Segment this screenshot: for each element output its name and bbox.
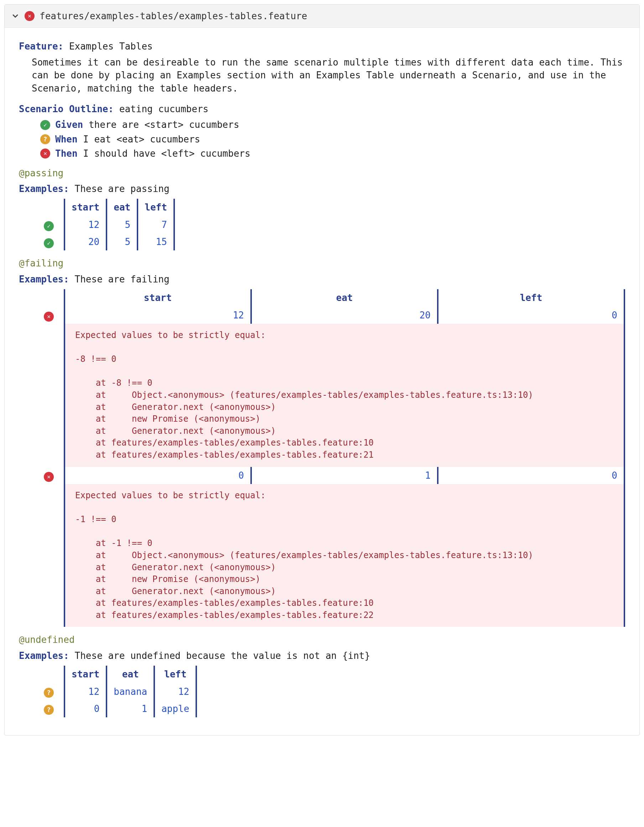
- table-row: 12200: [44, 307, 624, 324]
- file-path: features/examples-tables/examples-tables…: [39, 9, 307, 22]
- table-header-cell: eat: [106, 666, 154, 683]
- status-cell-spacer: [44, 289, 64, 306]
- status-cell: [44, 683, 64, 700]
- table-header-cell: eat: [251, 289, 438, 306]
- examples-table: starteatleft12200Expected values to be s…: [44, 289, 625, 627]
- fail-icon: [25, 11, 34, 21]
- table-cell: 15: [137, 233, 174, 250]
- status-cell: [44, 233, 64, 250]
- fail-icon: [44, 472, 54, 482]
- error-message: Expected values to be strictly equal: -8…: [65, 324, 624, 467]
- table-header-row: starteatleft: [44, 666, 196, 683]
- table-cell: banana: [106, 683, 154, 700]
- pass-icon: [44, 221, 54, 231]
- status-cell-spacer: [44, 666, 64, 683]
- status-cell-spacer: [44, 324, 64, 467]
- table-cell: 12: [64, 216, 106, 233]
- unknown-icon: [40, 134, 50, 144]
- examples-heading: Examples: These are passing: [19, 183, 625, 195]
- feature-panel: features/examples-tables/examples-tables…: [4, 4, 640, 735]
- table-header-cell: left: [154, 666, 196, 683]
- table-row: 20515: [44, 233, 174, 250]
- status-cell: [44, 307, 64, 324]
- table-cell: 1: [106, 700, 154, 717]
- step-row: Given there are <start> cucumbers: [40, 118, 625, 131]
- fail-icon: [40, 148, 50, 159]
- examples-table: starteatleft12banana1201apple: [44, 666, 197, 717]
- table-header-row: starteatleft: [44, 199, 174, 216]
- table-cell: 20: [251, 307, 438, 324]
- feature-title: Examples Tables: [69, 41, 153, 51]
- status-cell: [44, 216, 64, 233]
- error-row: Expected values to be strictly equal: -8…: [44, 324, 624, 467]
- table-header-cell: start: [64, 289, 251, 306]
- unknown-icon: [44, 688, 54, 698]
- table-cell: 0: [64, 700, 106, 717]
- table-header-cell: start: [64, 199, 106, 216]
- table-cell: 0: [64, 467, 251, 484]
- table-cell: 5: [106, 216, 137, 233]
- status-cell: [44, 467, 64, 484]
- table-cell: 12: [64, 683, 106, 700]
- error-cell: Expected values to be strictly equal: -1…: [64, 484, 624, 627]
- examples-keyword: Examples:: [19, 183, 69, 194]
- table-cell: 5: [106, 233, 137, 250]
- table-row: 01apple: [44, 700, 196, 717]
- panel-body: Feature: Examples Tables Sometimes it ca…: [5, 28, 639, 735]
- fail-icon: [44, 312, 54, 321]
- examples-title: These are failing: [75, 274, 170, 285]
- step-keyword: Given: [55, 119, 83, 130]
- error-cell: Expected values to be strictly equal: -8…: [64, 324, 624, 467]
- step-text: there are <start> cucumbers: [89, 119, 239, 130]
- table-header-cell: left: [438, 289, 624, 306]
- panel-header[interactable]: features/examples-tables/examples-tables…: [5, 5, 639, 28]
- examples-title: These are undefined because the value is…: [75, 650, 370, 661]
- unknown-icon: [44, 705, 54, 715]
- table-cell: 12: [64, 307, 251, 324]
- step-text: I eat <eat> cucumbers: [83, 134, 200, 145]
- steps-list: Given there are <start> cucumbersWhen I …: [40, 118, 625, 160]
- status-cell-spacer: [44, 484, 64, 627]
- step-row: When I eat <eat> cucumbers: [40, 133, 625, 146]
- table-header-row: starteatleft: [44, 289, 624, 306]
- table-row: 010: [44, 467, 624, 484]
- pass-icon: [40, 120, 50, 130]
- chevron-down-icon: [11, 12, 20, 20]
- table-cell: apple: [154, 700, 196, 717]
- pass-icon: [44, 238, 54, 248]
- step-keyword: When: [55, 134, 78, 145]
- table-header-cell: left: [137, 199, 174, 216]
- example-tag: @passing: [19, 167, 625, 179]
- error-row: Expected values to be strictly equal: -1…: [44, 484, 624, 627]
- table-cell: 7: [137, 216, 174, 233]
- step-keyword: Then: [55, 148, 78, 159]
- table-cell: 20: [64, 233, 106, 250]
- examples-heading: Examples: These are undefined because th…: [19, 649, 625, 662]
- examples-title: These are passing: [75, 183, 170, 194]
- table-row: 1257: [44, 216, 174, 233]
- feature-heading: Feature: Examples Tables: [19, 40, 625, 53]
- scenario-heading: Scenario Outline: eating cucumbers: [19, 103, 625, 115]
- table-cell: 0: [438, 307, 624, 324]
- examples-heading: Examples: These are failing: [19, 273, 625, 286]
- step-text: I should have <left> cucumbers: [83, 148, 250, 159]
- error-message: Expected values to be strictly equal: -1…: [65, 484, 624, 627]
- table-cell: 12: [154, 683, 196, 700]
- table-cell: 0: [438, 467, 624, 484]
- examples-keyword: Examples:: [19, 274, 69, 285]
- step-row: Then I should have <left> cucumbers: [40, 147, 625, 160]
- example-tag: @undefined: [19, 633, 625, 646]
- table-row: 12banana12: [44, 683, 196, 700]
- example-tag: @failing: [19, 257, 625, 270]
- scenario-title: eating cucumbers: [119, 104, 208, 114]
- feature-description: Sometimes it can be desireable to run th…: [32, 56, 625, 95]
- scenario-keyword: Scenario Outline:: [19, 104, 114, 114]
- examples-keyword: Examples:: [19, 650, 69, 661]
- status-cell: [44, 700, 64, 717]
- feature-keyword: Feature:: [19, 41, 63, 51]
- examples-table: starteatleft125720515: [44, 199, 175, 250]
- table-header-cell: start: [64, 666, 106, 683]
- table-header-cell: eat: [106, 199, 137, 216]
- table-cell: 1: [251, 467, 438, 484]
- status-cell-spacer: [44, 199, 64, 216]
